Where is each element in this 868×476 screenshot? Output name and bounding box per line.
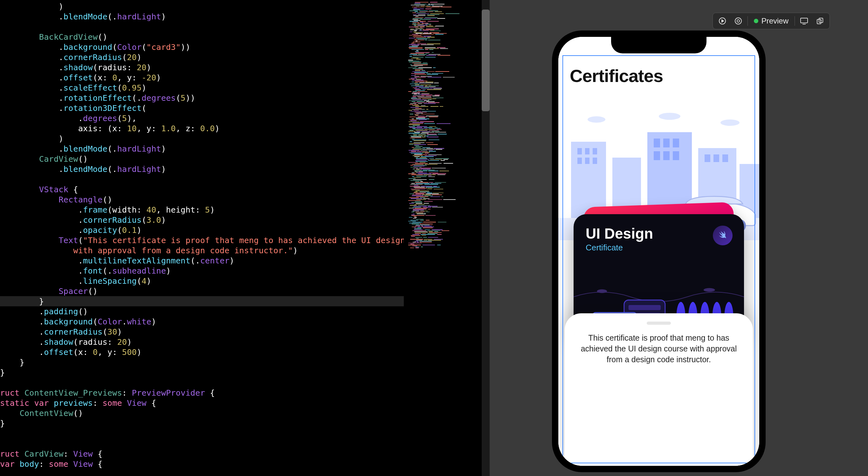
svg-rect-19	[585, 158, 589, 164]
code-area[interactable]: ) .blendMode(.hardLight) BackCardView() …	[0, 0, 404, 476]
scrollbar-thumb[interactable]	[482, 9, 490, 111]
device-screen[interactable]: Certificates	[558, 37, 759, 466]
svg-rect-17	[593, 148, 597, 154]
preview-status[interactable]: Preview	[749, 17, 793, 25]
svg-point-13	[720, 120, 740, 126]
svg-rect-30	[705, 154, 710, 162]
svg-rect-15	[578, 148, 582, 154]
device-notch	[611, 37, 707, 53]
duplicate-preview-button[interactable]	[812, 14, 828, 27]
preview-toolbar: Preview	[713, 13, 830, 29]
svg-rect-18	[578, 158, 582, 164]
minimap[interactable]	[404, 0, 482, 476]
preview-status-label: Preview	[762, 17, 788, 25]
svg-point-12	[659, 113, 680, 120]
svg-point-39	[597, 289, 607, 293]
svg-rect-16	[585, 148, 589, 154]
svg-point-3	[737, 20, 740, 22]
preview-canvas-pane: Preview Certificates	[490, 0, 868, 476]
page-title: Certificates	[570, 65, 663, 86]
toolbar-divider	[747, 16, 748, 26]
svg-marker-1	[722, 20, 724, 22]
bottom-sheet[interactable]: This certificate is proof that meng to h…	[565, 313, 753, 466]
app-content: Certificates	[558, 37, 759, 466]
svg-rect-4	[801, 18, 808, 23]
status-dot-icon	[754, 19, 758, 23]
drag-handle[interactable]	[647, 322, 671, 325]
svg-rect-20	[593, 158, 597, 164]
card-subtitle: Certificate	[586, 243, 732, 253]
swift-logo-icon	[713, 226, 733, 245]
svg-rect-31	[713, 154, 719, 162]
svg-rect-26	[654, 151, 660, 160]
svg-rect-42	[628, 305, 661, 310]
svg-point-40	[704, 288, 715, 292]
device-frame: Certificates	[552, 31, 766, 472]
svg-rect-24	[663, 138, 670, 148]
live-preview-button[interactable]	[731, 14, 746, 27]
svg-rect-27	[663, 151, 670, 160]
svg-rect-28	[673, 151, 679, 160]
svg-rect-23	[654, 138, 660, 148]
sheet-description: This certificate is proof that meng to h…	[576, 332, 741, 365]
run-preview-button[interactable]	[715, 14, 730, 27]
svg-rect-32	[722, 154, 728, 162]
scrollbar-track[interactable]	[482, 0, 490, 476]
code-editor-pane: ) .blendMode(.hardLight) BackCardView() …	[0, 0, 490, 476]
device-settings-button[interactable]	[797, 14, 812, 27]
svg-rect-25	[673, 138, 679, 148]
card-title: UI Design	[586, 225, 732, 242]
svg-point-11	[588, 116, 606, 123]
toolbar-divider	[795, 16, 795, 26]
svg-point-2	[735, 18, 741, 24]
